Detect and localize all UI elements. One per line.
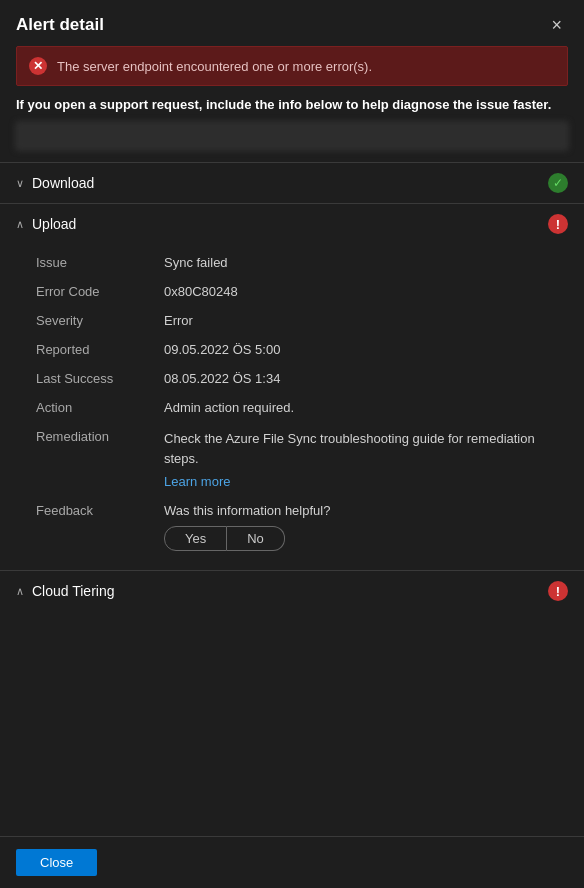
remediation-content: Check the Azure File Sync troubleshootin…	[164, 429, 568, 489]
cloud-tiering-section-title: Cloud Tiering	[32, 583, 115, 599]
detail-row-reported: Reported 09.05.2022 ÖS 5:00	[0, 335, 584, 364]
dialog-title: Alert detail	[16, 15, 104, 35]
feedback-question: Was this information helpful?	[164, 503, 568, 518]
remediation-block: Remediation Check the Azure File Sync tr…	[0, 422, 584, 496]
value-lastsuccess: 08.05.2022 ÖS 1:34	[164, 371, 568, 386]
cloud-tiering-section-header[interactable]: ∧ Cloud Tiering !	[0, 571, 584, 611]
upload-section: ∧ Upload ! Issue Sync failed Error Code …	[0, 203, 584, 570]
title-bar: Alert detail ×	[0, 0, 584, 46]
detail-row-issue: Issue Sync failed	[0, 248, 584, 277]
feedback-content: Was this information helpful? Yes No	[164, 503, 568, 551]
download-header-left: ∨ Download	[16, 175, 94, 191]
error-banner: ✕ The server endpoint encountered one or…	[16, 46, 568, 86]
download-section: ∨ Download ✓	[0, 162, 584, 203]
value-reported: 09.05.2022 ÖS 5:00	[164, 342, 568, 357]
cloud-tiering-section: ∧ Cloud Tiering !	[0, 570, 584, 611]
download-status-icon: ✓	[548, 173, 568, 193]
feedback-block: Feedback Was this information helpful? Y…	[0, 496, 584, 558]
download-chevron: ∨	[16, 177, 24, 190]
label-severity: Severity	[36, 313, 156, 328]
info-bold: help diagnose the issue faster	[362, 97, 548, 112]
label-reported: Reported	[36, 342, 156, 357]
alert-detail-dialog: Alert detail × ✕ The server endpoint enc…	[0, 0, 584, 888]
value-errorcode: 0x80C80248	[164, 284, 568, 299]
feedback-buttons: Yes No	[164, 526, 568, 551]
feedback-no-button[interactable]: No	[227, 526, 285, 551]
value-action: Admin action required.	[164, 400, 568, 415]
info-suffix: .	[548, 97, 552, 112]
download-section-header[interactable]: ∨ Download ✓	[0, 163, 584, 203]
upload-header-left: ∧ Upload	[16, 216, 76, 232]
upload-section-title: Upload	[32, 216, 76, 232]
learn-more-link[interactable]: Learn more	[164, 474, 230, 489]
info-prefix: If you open a support request, include t…	[16, 97, 362, 112]
dialog-close-button[interactable]: ×	[545, 14, 568, 36]
error-icon: ✕	[29, 57, 47, 75]
label-action: Action	[36, 400, 156, 415]
feedback-yes-button[interactable]: Yes	[164, 526, 227, 551]
scrollable-content[interactable]: ∨ Download ✓ ∧ Upload ! Issue Sync faile…	[0, 162, 584, 836]
info-text: If you open a support request, include t…	[0, 96, 584, 122]
footer-bar: Close	[0, 836, 584, 888]
cloud-tiering-header-left: ∧ Cloud Tiering	[16, 583, 115, 599]
remediation-label: Remediation	[36, 429, 156, 489]
feedback-label: Feedback	[36, 503, 156, 551]
upload-chevron: ∧	[16, 218, 24, 231]
value-issue: Sync failed	[164, 255, 568, 270]
detail-row-severity: Severity Error	[0, 306, 584, 335]
download-section-title: Download	[32, 175, 94, 191]
label-errorcode: Error Code	[36, 284, 156, 299]
value-severity: Error	[164, 313, 568, 328]
error-message: The server endpoint encountered one or m…	[57, 59, 372, 74]
cloud-tiering-chevron: ∧	[16, 585, 24, 598]
cloud-tiering-status-icon: !	[548, 581, 568, 601]
upload-status-icon: !	[548, 214, 568, 234]
label-issue: Issue	[36, 255, 156, 270]
remediation-text: Check the Azure File Sync troubleshootin…	[164, 429, 568, 468]
detail-row-errorcode: Error Code 0x80C80248	[0, 277, 584, 306]
upload-section-body: Issue Sync failed Error Code 0x80C80248 …	[0, 244, 584, 570]
upload-section-header[interactable]: ∧ Upload !	[0, 204, 584, 244]
detail-row-action: Action Admin action required.	[0, 393, 584, 422]
label-lastsuccess: Last Success	[36, 371, 156, 386]
blurred-info-row	[16, 122, 568, 150]
detail-row-lastsuccess: Last Success 08.05.2022 ÖS 1:34	[0, 364, 584, 393]
close-dialog-button[interactable]: Close	[16, 849, 97, 876]
